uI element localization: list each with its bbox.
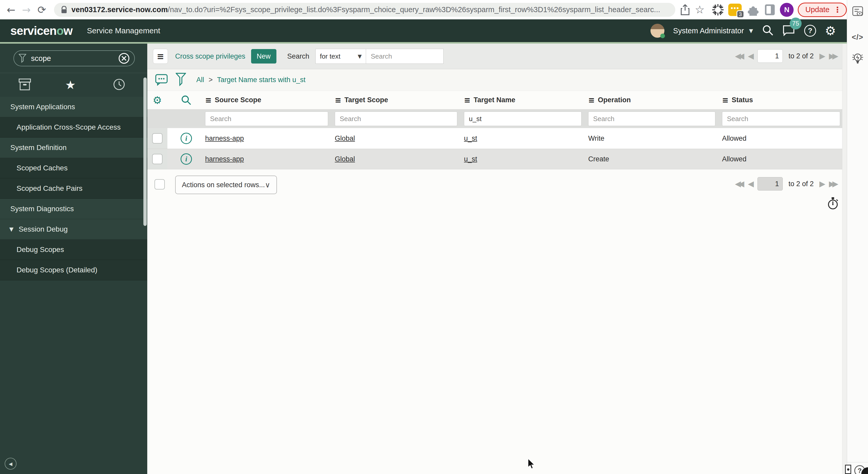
- select-all-checkbox[interactable]: [154, 179, 165, 190]
- reading-list-icon[interactable]: [852, 6, 864, 19]
- row-info-icon[interactable]: i: [181, 133, 192, 144]
- all-applications-tab-icon[interactable]: [19, 78, 31, 91]
- column-menu-icon[interactable]: ≡: [205, 96, 212, 105]
- notification-badge: 75: [790, 18, 802, 29]
- breadcrumb-all-link[interactable]: All: [196, 76, 204, 83]
- reload-icon[interactable]: ⟳: [37, 5, 46, 15]
- sidebar-item[interactable]: ▼Session Debug: [0, 219, 147, 240]
- share-icon[interactable]: [680, 4, 690, 15]
- user-menu[interactable]: System Administrator: [673, 27, 744, 35]
- help-icon[interactable]: ?: [804, 25, 816, 37]
- row-checkbox[interactable]: [152, 154, 162, 164]
- column-menu-icon[interactable]: ≡: [588, 96, 595, 105]
- column-header[interactable]: ≡Operation: [588, 96, 722, 105]
- search-field-select[interactable]: for text ▼: [315, 49, 366, 64]
- sidebar-item[interactable]: System Definition: [0, 138, 147, 158]
- last-page-button[interactable]: ▶▶: [829, 180, 838, 188]
- breadcrumb-filter-link[interactable]: Target Name starts with u_st: [217, 76, 305, 83]
- column-filter-input[interactable]: [722, 111, 840, 126]
- sidebar-item[interactable]: Application Cross-Scope Access: [0, 117, 147, 138]
- page-number-input[interactable]: [757, 177, 783, 191]
- new-record-button[interactable]: New: [251, 49, 276, 64]
- cell-link[interactable]: Global: [335, 135, 355, 142]
- lock-icon: [61, 6, 67, 14]
- column-menu-icon[interactable]: ≡: [722, 96, 728, 105]
- settings-gear-icon[interactable]: ⚙: [825, 25, 836, 37]
- list-context-menu-button[interactable]: ≡: [153, 49, 168, 64]
- browser-profile-avatar[interactable]: N: [780, 3, 794, 17]
- navigator-filter-input[interactable]: scope: [13, 50, 135, 66]
- record-stop-icon[interactable]: [845, 465, 851, 474]
- cell-link[interactable]: harness-app: [205, 155, 244, 163]
- sidebar-item[interactable]: System Applications: [0, 97, 147, 117]
- actions-dropdown[interactable]: Actions on selected rows... ∨: [175, 175, 277, 194]
- global-search-icon[interactable]: [762, 24, 774, 37]
- code-panel-icon[interactable]: </>: [852, 33, 863, 41]
- prev-page-button[interactable]: ◀: [748, 52, 754, 60]
- list-title-link[interactable]: Cross scope privileges: [175, 53, 245, 60]
- column-filter-input[interactable]: [335, 111, 457, 126]
- section-collapse-icon[interactable]: ▼: [9, 226, 13, 232]
- sidebar-item[interactable]: Scoped Caches: [0, 158, 147, 178]
- bookmark-star-icon[interactable]: ☆: [695, 3, 705, 16]
- user-menu-caret-icon[interactable]: ▼: [749, 28, 753, 34]
- page-number-input[interactable]: [757, 49, 783, 63]
- list-chat-icon[interactable]: [155, 73, 168, 87]
- user-avatar[interactable]: [650, 24, 664, 38]
- chat-extension-icon[interactable]: ••• 3: [728, 4, 742, 16]
- favorites-tab-icon[interactable]: ★: [65, 79, 76, 91]
- suite-title: Service Management: [87, 26, 160, 35]
- back-icon[interactable]: ←: [7, 5, 16, 15]
- browser-menu-icon[interactable]: ⋮: [834, 5, 841, 14]
- servicenow-logo[interactable]: servicenow: [10, 24, 72, 38]
- column-filter-input[interactable]: [205, 111, 328, 126]
- next-page-button[interactable]: ▶: [819, 180, 826, 188]
- column-menu-icon[interactable]: ≡: [464, 96, 470, 105]
- cell-link[interactable]: u_st: [464, 135, 477, 142]
- list-toolbar: ≡ Cross scope privileges New Search for …: [147, 44, 847, 69]
- column-header[interactable]: ≡Status: [722, 96, 847, 105]
- extension-spinner-icon[interactable]: [712, 4, 724, 16]
- conversations-icon[interactable]: 75: [782, 24, 796, 37]
- column-header[interactable]: ≡Source Scope: [205, 96, 335, 105]
- column-filter-input[interactable]: [588, 111, 715, 126]
- list-settings-gear-icon[interactable]: ⚙: [147, 95, 167, 105]
- sidebar-item[interactable]: Debug Scopes: [0, 240, 147, 260]
- forward-icon[interactable]: →: [22, 5, 31, 15]
- application-navigator: scope ★ System ApplicationsApplication C…: [0, 44, 147, 474]
- first-page-button[interactable]: ◀◀: [735, 52, 744, 60]
- next-page-button[interactable]: ▶: [819, 52, 826, 60]
- breadcrumb-separator: >: [209, 76, 213, 83]
- cell-link[interactable]: u_st: [464, 155, 477, 163]
- extensions-puzzle-icon[interactable]: [747, 4, 759, 16]
- prev-page-button[interactable]: ◀: [748, 180, 754, 188]
- cell-link[interactable]: Global: [335, 155, 355, 163]
- column-search-toggle-icon[interactable]: [167, 95, 205, 106]
- column-filter-input[interactable]: [464, 111, 582, 126]
- actions-chevron-icon: ∨: [265, 181, 271, 189]
- cell-link[interactable]: harness-app: [205, 135, 244, 142]
- lightbulb-icon[interactable]: [851, 51, 864, 67]
- side-panel-icon[interactable]: [765, 4, 775, 16]
- last-page-button[interactable]: ▶▶: [829, 52, 838, 60]
- response-time-icon[interactable]: [827, 196, 839, 211]
- collapse-navigator-button[interactable]: ◀: [5, 458, 17, 470]
- first-page-button[interactable]: ◀◀: [735, 180, 744, 188]
- filter-icon[interactable]: [176, 73, 186, 87]
- clear-filter-icon[interactable]: [118, 53, 130, 64]
- column-header[interactable]: ≡Target Scope: [335, 96, 464, 105]
- address-bar[interactable]: ven03172.service-now.com/nav_to.do?uri=%…: [54, 3, 675, 17]
- browser-update-button[interactable]: Update ⋮: [798, 3, 847, 17]
- list-search-input[interactable]: [366, 49, 443, 64]
- column-header[interactable]: ≡Target Name: [464, 96, 588, 105]
- sidebar-item[interactable]: System Diagnostics: [0, 199, 147, 219]
- row-checkbox[interactable]: [152, 133, 162, 143]
- search-field-value: for text: [320, 53, 340, 60]
- sidebar-scrollbar-thumb[interactable]: [144, 77, 147, 226]
- sidebar-item[interactable]: Scoped Cache Pairs: [0, 178, 147, 199]
- history-tab-icon[interactable]: [113, 78, 125, 91]
- cell-text: Allowed: [722, 155, 747, 163]
- row-info-icon[interactable]: i: [181, 154, 192, 165]
- column-menu-icon[interactable]: ≡: [335, 96, 341, 105]
- sidebar-item[interactable]: Debug Scopes (Detailed): [0, 260, 147, 280]
